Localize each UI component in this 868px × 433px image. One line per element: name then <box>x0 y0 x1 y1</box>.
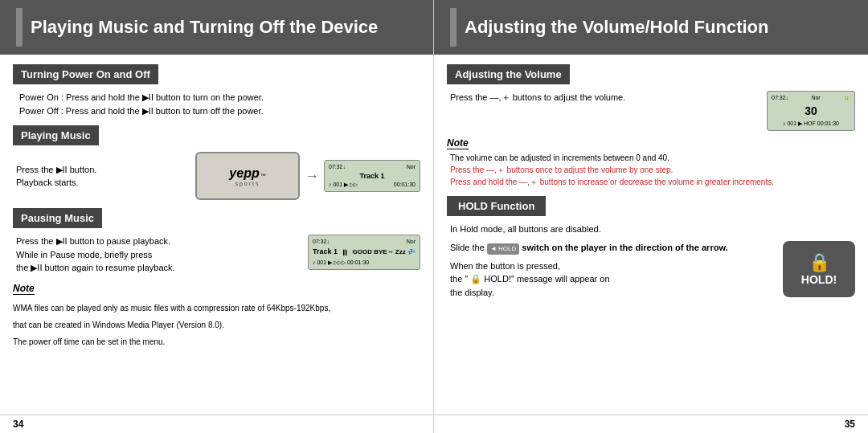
pause-mode: Nor <box>407 238 416 247</box>
pause-time: 07:32↓ <box>313 238 330 247</box>
header-accent-right <box>450 8 457 47</box>
pause-line2: While in Pause mode, briefly press <box>16 248 301 262</box>
pause-row: Press the ▶II button to pause playback. … <box>13 235 420 275</box>
when-pressed-3: the display. <box>450 286 775 300</box>
volume-note: Note The volume can be adjusted in incre… <box>447 137 855 188</box>
lock-icon: 🔒 <box>809 252 830 273</box>
left-note: Note WMA files can be played only as mus… <box>13 283 420 348</box>
display-time: 07:32↓ <box>329 163 346 171</box>
power-on-text: Power On : Press and hold the ▶II button… <box>19 91 420 104</box>
track-display: 07:32↓ Nor Track 1 ♪ 001 ▶ ▷▷ 00:01:30 <box>324 160 420 192</box>
pausing-music-header: Pausing Music <box>13 208 102 228</box>
display-mode: Nor <box>407 163 416 171</box>
right-page: Adjusting the Volume/Hold Function Adjus… <box>434 0 868 433</box>
hold-header: HOLD Function <box>447 196 546 216</box>
header-accent-left <box>16 8 23 47</box>
volume-header: Adjusting the Volume <box>447 64 570 84</box>
goodbye-text: GOOD BYE～ Zzz 💤 <box>353 247 416 257</box>
turning-power-header: Turning Power On and Off <box>13 64 158 84</box>
hold-text-area: Slide the ◄ HOLD switch on the player in… <box>447 241 775 300</box>
pause-text-area: Press the ▶II button to pause playback. … <box>13 235 301 275</box>
vol-time: 07:32↓ <box>772 94 788 103</box>
left-page-number: 34 <box>13 419 23 430</box>
note-line3: The power off time can be set in the men… <box>13 336 420 348</box>
yepp-logo: yepp <box>229 166 259 181</box>
yepp-device-display: yepp™ sports <box>195 152 300 200</box>
vol-note-3: Press and hold the —,＋ buttons to increa… <box>450 176 855 188</box>
volume-section: Adjusting the Volume Press the —,＋ butto… <box>447 64 855 188</box>
slide-text2: switch on the player in the direction of… <box>522 243 727 252</box>
arrow-icon: → <box>305 152 319 200</box>
yepp-sub: sports <box>235 181 260 186</box>
playing-music-section: Playing Music Press the ▶II button. Play… <box>13 125 420 200</box>
right-header: Adjusting the Volume/Hold Function <box>434 0 868 55</box>
vol-battery: 🔋 <box>843 94 850 103</box>
playing-line2: Playback starts. <box>16 176 190 190</box>
left-note-title: Note <box>13 283 35 295</box>
volume-display: 07:32↓ Nor 🔋 30 ♪ 001 ▶ HOF 00:01:30 <box>767 91 855 131</box>
pause-display: 07:32↓ Nor Track 1 ⏸ GOOD BYE～ Zzz 💤 ♪ 0… <box>308 235 420 270</box>
pause-icon: ⏸ <box>341 247 349 259</box>
pause-track: Track 1 <box>313 247 338 258</box>
power-off-text: Power Off : Press and hold the ▶II butto… <box>19 104 420 118</box>
left-header: Playing Music and Turning Off the Device <box>0 0 433 55</box>
slide-text: Slide the ◄ HOLD switch on the player in… <box>450 241 775 255</box>
turning-power-section: Turning Power On and Off Power On : Pres… <box>13 64 420 117</box>
playing-line1: Press the ▶II button. <box>16 163 190 177</box>
playing-music-row: Press the ▶II button. Playback starts. y… <box>13 152 420 200</box>
vol-bottom: ♪ 001 ▶ HOF 00:01:30 <box>772 120 850 129</box>
right-footer: 35 <box>434 415 868 433</box>
vol-note-2: Press the —,＋ buttons once to adjust the… <box>450 164 855 176</box>
hold-button-display: 🔒 HOLD! <box>783 241 855 297</box>
volume-note-title: Note <box>447 137 469 149</box>
playing-music-text: Press the ▶II button. Playback starts. <box>13 163 190 190</box>
vol-note-1: The volume can be adjusted in increments… <box>450 152 855 164</box>
hold-switch-button: ◄ HOLD <box>487 243 519 255</box>
track-name: Track 1 <box>329 171 416 182</box>
note-line2: that can be created in Windows Media Pla… <box>13 319 420 331</box>
volume-line1: Press the —,＋ buttons to adjust the volu… <box>450 91 759 104</box>
volume-row: Press the —,＋ buttons to adjust the volu… <box>447 91 855 131</box>
when-pressed-1: When the button is pressed, <box>450 259 775 273</box>
vol-number: 30 <box>772 103 850 120</box>
left-page: Playing Music and Turning Off the Device… <box>0 0 434 433</box>
pause-line1: Press the ▶II button to pause playback. <box>16 235 301 248</box>
hold-section: HOLD Function In Hold mode, all buttons … <box>447 196 855 299</box>
hold-row: Slide the ◄ HOLD switch on the player in… <box>447 241 855 300</box>
left-page-title: Playing Music and Turning Off the Device <box>31 17 378 38</box>
right-content: Adjusting the Volume Press the —,＋ butto… <box>434 55 868 415</box>
hold-label: HOLD! <box>801 273 837 286</box>
pause-bottom: ♪ 001 ▶ ▷▷▷ 00:01:30 <box>313 259 416 268</box>
left-footer: 34 <box>0 415 433 433</box>
right-page-title: Adjusting the Volume/Hold Function <box>465 17 768 38</box>
when-pressed-2: the " 🔒 HOLD!" message will appear on <box>450 272 775 286</box>
hold-line1: In Hold mode, all buttons are disabled. <box>450 223 855 236</box>
right-page-number: 35 <box>845 419 855 430</box>
pause-line3: the ▶II button again to resume playback. <box>16 261 301 275</box>
note-line1: WMA files can be played only as music fi… <box>13 302 420 314</box>
display-bottom: ♪ 001 ▶ ▷▷ 00:01:30 <box>329 181 416 189</box>
pausing-music-section: Pausing Music Press the ▶II button to pa… <box>13 208 420 275</box>
volume-text-area: Press the —,＋ buttons to adjust the volu… <box>447 91 759 104</box>
left-content: Turning Power On and Off Power On : Pres… <box>0 55 433 415</box>
playing-music-header: Playing Music <box>13 125 99 145</box>
vol-mode: Nor <box>811 94 820 103</box>
